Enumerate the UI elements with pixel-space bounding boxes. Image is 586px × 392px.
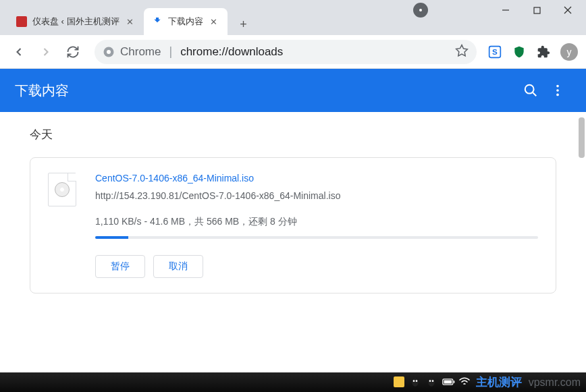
reload-button[interactable] [62,41,84,63]
tab-downloads[interactable]: 下载内容 ✕ [144,8,228,35]
close-window-button[interactable] [552,0,583,20]
svg-point-0 [419,9,422,11]
tray-qq2-icon[interactable] [426,376,438,389]
svg-point-16 [412,380,415,382]
new-tab-button[interactable]: + [233,13,255,35]
system-tray [394,376,471,389]
url-text: chrome://downloads [180,45,283,59]
progress-fill [95,236,128,239]
profile-avatar[interactable]: y [560,43,578,61]
download-details: CentOS-7.0-1406-x86_64-Minimal.iso http:… [95,173,538,278]
download-status: 1,110 KB/s - 41.6 MB，共 566 MB，还剩 8 分钟 [95,216,538,228]
more-menu-button[interactable] [544,77,571,104]
url-divider: | [169,45,172,59]
watermark-brand: 主机测评 [476,374,522,390]
forward-button[interactable] [35,41,57,63]
svg-point-11 [556,85,559,88]
downloads-header: 下载内容 [0,69,586,112]
svg-point-17 [415,380,417,382]
tab-title: 下载内容 [168,16,203,28]
cancel-button[interactable]: 取消 [153,255,203,278]
url-scheme-label: Chrome [120,45,161,59]
date-section-label: 今天 [30,127,556,142]
chrome-icon [103,46,115,58]
incognito-icon [413,3,428,18]
file-icon [48,173,76,206]
download-icon [152,16,163,27]
svg-rect-23 [444,380,452,383]
wifi-icon[interactable] [458,376,471,389]
minimize-button[interactable] [490,0,521,20]
windows-taskbar: 主机测评 vpsmr.com [0,372,586,392]
avatar-letter: y [567,47,572,57]
extension-s-icon[interactable]: S [487,45,502,59]
svg-point-19 [429,380,431,382]
favicon-icon [16,16,27,27]
watermark-domain: vpsmr.com [529,376,581,389]
window-controls [490,0,583,20]
svg-rect-22 [453,381,454,383]
svg-point-15 [412,378,418,386]
tab-title: 仪表盘 ‹ 国外主机测评 [32,16,119,28]
download-url: http://154.23.190.81/CentOS-7.0-1406-x86… [95,190,538,201]
downloads-content: 今天 CentOS-7.0-1406-x86_64-Minimal.iso ht… [0,112,586,372]
scrollbar-thumb[interactable] [579,117,585,158]
battery-icon[interactable] [442,376,454,389]
svg-point-13 [556,94,559,96]
extensions-puzzle-icon[interactable] [536,45,551,59]
extension-icons: S y [487,43,578,61]
close-icon[interactable]: ✕ [125,16,136,27]
svg-text:S: S [492,47,498,56]
close-icon[interactable]: ✕ [209,16,219,27]
tray-app-icon[interactable] [394,376,406,389]
search-button[interactable] [517,77,544,104]
download-filename[interactable]: CentOS-7.0-1406-x86_64-Minimal.iso [95,173,538,184]
svg-point-20 [431,380,433,382]
tray-qq1-icon[interactable] [410,376,422,389]
svg-point-12 [556,89,559,92]
download-item: CentOS-7.0-1406-x86_64-Minimal.iso http:… [30,157,556,293]
svg-rect-14 [394,376,404,387]
progress-bar [95,236,538,239]
pause-button[interactable]: 暂停 [95,255,145,278]
extension-shield-icon[interactable] [512,45,527,59]
svg-rect-2 [534,7,540,13]
address-bar[interactable]: Chrome | chrome://downloads [95,40,477,64]
maximize-button[interactable] [521,0,552,20]
browser-titlebar: 仪表盘 ‹ 国外主机测评 ✕ 下载内容 ✕ + [0,0,586,35]
footer-watermark: 主机测评 vpsmr.com [476,374,581,390]
svg-point-18 [428,378,434,386]
disc-icon [55,182,70,197]
svg-line-10 [533,92,537,96]
svg-point-6 [107,50,111,54]
page-title: 下载内容 [15,82,517,100]
tab-dashboard[interactable]: 仪表盘 ‹ 国外主机测评 ✕ [8,8,144,35]
bookmark-star-icon[interactable] [455,44,469,60]
download-actions: 暂停 取消 [95,255,538,278]
svg-point-9 [525,85,534,94]
back-button[interactable] [8,41,30,63]
browser-toolbar: Chrome | chrome://downloads S y [0,35,586,69]
